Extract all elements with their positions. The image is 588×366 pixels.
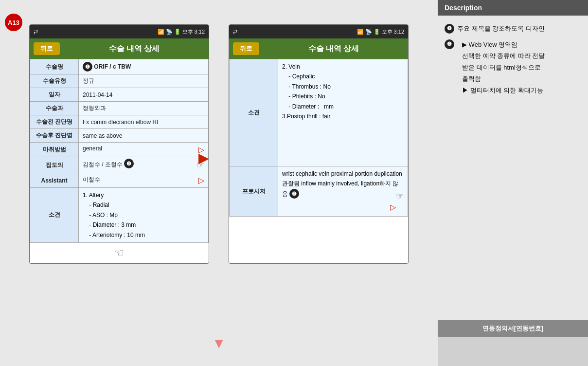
value-cell: 2011-04-14 [79,88,209,102]
value-cell: Fx comm dlecranon elbow Rt [79,115,209,129]
label-cell: 수술유형 [30,74,79,88]
hand-scroll-1: ☜ [30,243,209,263]
badge-1: ❶ [83,62,92,72]
description-header: Description [438,0,588,16]
status-bar-right-2: 📶 📡 🔋 오후 3:12 [357,28,404,36]
battery-icon: 🔋 [174,29,181,35]
value-cell: 정형외과 [79,102,209,115]
value-cell: same as above [79,129,209,143]
value-cell: 김철수 / 조철수 ☞ ❷ [79,157,209,173]
phone-1: ⇄ 📶 📡 🔋 오후 3:12 뒤로 수술 내역 상세 [29,24,209,264]
a13-badge: A13 [5,14,22,31]
table-row: 수술명 ❶ ORIF / c TBW [30,59,209,74]
surgery-name: ORIF / c TBW [94,63,131,70]
time-2: 오후 3:12 [382,28,404,36]
table-row: 수술후 진단명 same as above [30,129,209,143]
sogyeon-label: 소견 [30,188,79,243]
desc-item-1: ❶ 주요 제목을 강조하도록 디자인 [445,23,581,34]
desc-text-1: 주요 제목을 강조하도록 디자인 [457,23,545,34]
desc-badge-1: ❶ [445,24,454,34]
table-row: 마취방법 general ▷ [30,143,209,157]
info-table-1: 수술명 ❶ ORIF / c TBW 수술유형 정규 일자 20 [30,59,209,243]
prosijeo-label: 프로시저 [230,166,278,217]
hand-icon-2: ☞ [396,189,404,204]
table-row: 수술전 진단명 Fx comm dlecranon elbow Rt [30,115,209,129]
header-title-1: 수술 내역 상세 [64,44,205,54]
info-table-2: 소견 2. Vein - Cephalic - Thrombus : No - … [229,59,408,217]
scroll-indicator-2: ▷ [198,176,204,185]
table-row: 일자 2011-04-14 [30,88,209,102]
label-cell: 마취방법 [30,143,79,157]
back-button-1[interactable]: 뒤로 [34,42,60,55]
value-cell: 이철수 ▷ [79,173,209,188]
battery-icon-2: 🔋 [374,29,380,35]
usb-icon-2: ⇄ [233,29,237,35]
arrow-right: ▶ [198,151,208,166]
time-1: 오후 3:12 [182,28,205,36]
status-bar-left-1: ⇄ [34,29,38,35]
table-row: Assistant 이철수 ▷ [30,173,209,188]
sogyeon-label-2: 소견 [230,59,278,166]
right-panel: Description ❶ 주요 제목을 강조하도록 디자인 ❷ ▶ Web V… [438,0,588,366]
wifi-icon: 📶 [158,29,164,35]
status-bar-right-1: 📶 📡 🔋 오후 3:12 [158,28,205,36]
usb-icon: ⇄ [34,29,38,35]
sogyeon-content-2: 2. Vein - Cephalic - Thrombus : No - Phl… [278,59,408,166]
status-bar-2: ⇄ 📶 📡 🔋 오후 3:12 [229,25,408,38]
value-cell: general ▷ [79,143,209,157]
desc-badge-2: ❷ [445,39,454,49]
label-cell: Assistant [30,173,79,188]
label-cell: 수술전 진단명 [30,115,79,129]
main-area: A13 ⇄ 📶 📡 🔋 오후 3:12 뒤로 수술 내역 상세 [0,0,438,366]
label-cell: 집도의 [30,157,79,173]
table-row-sogyeon-2: 소견 2. Vein - Cephalic - Thrombus : No - … [230,59,408,166]
app-header-2: 뒤로 수술 내역 상세 [229,38,408,59]
bottom-empty [438,337,588,366]
badge-2-b: ❷ [289,189,299,199]
desc-text-2: ▶ Web View 영역임 선택한 예약 종류에 따라 전달 받은 데이터를 … [462,39,545,96]
table-row: 수술과 정형외과 [30,102,209,115]
label-cell: 일자 [30,88,79,102]
sogyeon-content: 1. Altery - Radial - ASO : Mp - Diameter… [79,188,209,243]
table-row: 집도의 김철수 / 조철수 ☞ ❷ [30,157,209,173]
back-button-2[interactable]: 뒤로 [233,42,259,55]
bottom-label: 연동정의서[연동번호] [445,324,581,333]
phones-container: ⇄ 📶 📡 🔋 오후 3:12 뒤로 수술 내역 상세 [10,24,428,264]
label-cell: 수술후 진단명 [30,129,79,143]
header-title-2: 수술 내역 상세 [263,44,404,54]
table-row-sogyeon: 소견 1. Altery - Radial - ASO : Mp - Diame… [30,188,209,243]
bottom-section: 연동정의서[연동번호] [438,320,588,337]
scroll-indicator-3: ▷ [390,201,396,214]
table-row: 수술유형 정규 [30,74,209,88]
badge-2-a: ❷ [124,159,134,168]
phone-2: ⇄ 📶 📡 🔋 오후 3:12 뒤로 수술 내역 상세 [229,24,409,264]
table-row-prosijeo: 프로시저 wrist cephalic vein proximal portio… [230,166,408,217]
down-arrow: ▼ [212,336,226,351]
description-content: ❶ 주요 제목을 강조하도록 디자인 ❷ ▶ Web View 영역임 선택한 … [438,16,588,320]
desc-item-2: ❷ ▶ Web View 영역임 선택한 예약 종류에 따라 전달 받은 데이터… [445,39,581,96]
signal-icon-2: 📡 [365,29,372,35]
prosijeo-content: wrist cephalic vein proximal portion dup… [278,166,408,217]
value-cell: ❶ ORIF / c TBW [79,59,209,74]
status-bar-1: ⇄ 📶 📡 🔋 오후 3:12 [30,25,209,38]
label-cell: 수술과 [30,102,79,115]
signal-icon: 📡 [166,29,173,35]
app-header-1: 뒤로 수술 내역 상세 [30,38,209,59]
label-cell: 수술명 [30,59,79,74]
value-cell: 정규 [79,74,209,88]
wifi-icon-2: 📶 [357,29,364,35]
status-bar-left-2: ⇄ [233,29,237,35]
